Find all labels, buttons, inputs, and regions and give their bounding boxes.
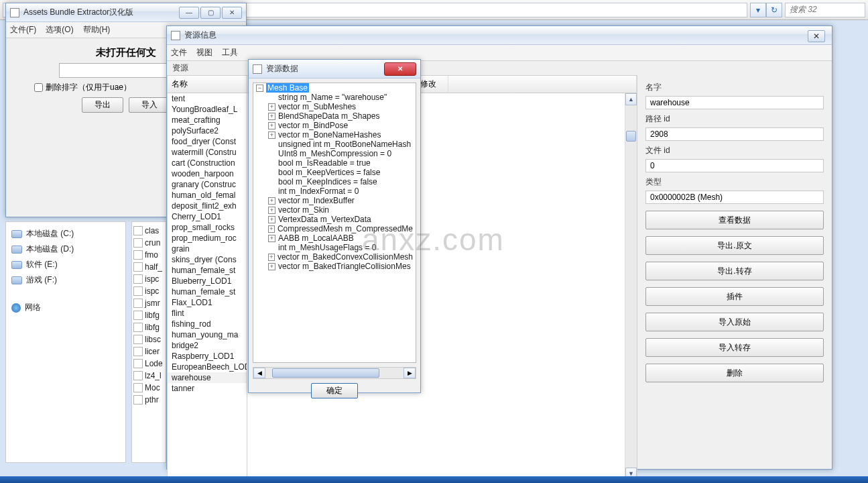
- tree-node[interactable]: +CompressedMesh m_CompressedMe: [253, 224, 416, 233]
- column-header-name[interactable]: 名称: [168, 76, 247, 93]
- list-item[interactable]: tanner: [168, 383, 247, 394]
- refresh-button[interactable]: ↻: [766, 3, 782, 17]
- tree-node[interactable]: bool m_KeepVertices = false: [253, 168, 416, 177]
- tree-node-drive[interactable]: 软件 (E:): [10, 257, 121, 272]
- tree-node[interactable]: int m_IndexFormat = 0: [253, 186, 416, 196]
- list-item[interactable]: wooden_harpoon: [168, 168, 247, 179]
- file-item[interactable]: Lode: [133, 358, 164, 370]
- checkbox[interactable]: [34, 83, 43, 92]
- list-item[interactable]: bridge2: [168, 340, 247, 351]
- expand-icon[interactable]: +: [268, 254, 275, 261]
- list-item[interactable]: warehouse: [168, 372, 247, 383]
- tree-node[interactable]: +VertexData m_VertexData: [253, 215, 416, 224]
- list-item[interactable]: prop_medium_roc: [168, 233, 247, 244]
- action-button[interactable]: 导出.转存: [645, 262, 824, 280]
- expand-icon[interactable]: +: [268, 197, 275, 205]
- list-item[interactable]: YoungBroadleaf_L: [168, 104, 247, 115]
- list-item[interactable]: human_female_st: [168, 286, 247, 297]
- scrollbar-thumb[interactable]: [272, 368, 379, 378]
- file-item[interactable]: lz4_l: [133, 370, 164, 382]
- list-item[interactable]: tent: [168, 93, 247, 104]
- menu-tools[interactable]: 工具: [222, 47, 238, 58]
- expand-icon[interactable]: +: [268, 216, 275, 223]
- expand-icon[interactable]: +: [268, 207, 275, 214]
- file-item[interactable]: ispc: [133, 285, 164, 297]
- list-item[interactable]: flint: [168, 308, 247, 319]
- tree-node-drive[interactable]: 本地磁盘 (C:): [10, 226, 121, 241]
- tree-node-drive[interactable]: 游戏 (F:): [10, 272, 121, 288]
- taskbar[interactable]: [0, 476, 868, 483]
- tree-node[interactable]: int m_MeshUsageFlags = 0: [253, 243, 416, 252]
- tree-node[interactable]: +AABB m_LocalAABB: [253, 233, 416, 243]
- list-item[interactable]: granary (Construc: [168, 179, 247, 190]
- action-button[interactable]: 查看数据: [645, 211, 824, 229]
- list-item[interactable]: meat_crafting: [168, 115, 247, 125]
- action-button[interactable]: 导出.原文: [645, 236, 824, 255]
- file-item[interactable]: libfg: [133, 321, 164, 333]
- tree-node[interactable]: UInt8 m_MeshCompression = 0: [253, 149, 416, 158]
- expand-icon[interactable]: +: [268, 235, 275, 242]
- tree-node-network[interactable]: 网络: [10, 300, 121, 315]
- tree-node[interactable]: +vector m_BakedConvexCollisionMesh: [253, 252, 416, 262]
- list-item[interactable]: cart (Construction: [168, 158, 247, 168]
- scroll-right-button[interactable]: ▶: [404, 368, 416, 378]
- tree-node[interactable]: +vector m_BoneNameHashes: [253, 130, 416, 140]
- export-button[interactable]: 导出: [82, 97, 123, 113]
- dropdown-button[interactable]: ▾: [750, 3, 766, 17]
- list-item[interactable]: EuropeanBeech_LOD1: [168, 362, 247, 372]
- list-item[interactable]: prop_small_rocks: [168, 222, 247, 233]
- expand-icon[interactable]: +: [268, 131, 275, 139]
- tree-node[interactable]: string m_Name = "warehouse": [253, 93, 416, 102]
- list-item[interactable]: deposit_flint2_exh: [168, 201, 247, 211]
- list-item[interactable]: Raspberry_LOD1: [168, 351, 247, 362]
- tree-root[interactable]: Mesh Base: [266, 83, 309, 93]
- menu-file[interactable]: 文件: [171, 47, 187, 58]
- tree-node[interactable]: +vector m_Skin: [253, 205, 416, 215]
- titlebar[interactable]: 资源信息 ✕: [167, 26, 832, 45]
- menu-help[interactable]: 帮助(H): [83, 24, 111, 36]
- ok-button[interactable]: 确定: [311, 383, 358, 398]
- minimize-button[interactable]: —: [179, 7, 199, 19]
- file-item[interactable]: crun: [133, 237, 164, 249]
- file-item[interactable]: Moc: [133, 382, 164, 394]
- list-item[interactable]: watermill (Constru: [168, 147, 247, 158]
- tree-node[interactable]: +BlendShapeData m_Shapes: [253, 111, 416, 121]
- list-item[interactable]: skins_dryer (Cons: [168, 254, 247, 265]
- file-item[interactable]: pthr: [133, 394, 164, 406]
- expand-icon[interactable]: +: [268, 122, 275, 129]
- list-item[interactable]: polySurface2: [168, 125, 247, 136]
- list-item[interactable]: food_dryer (Const: [168, 136, 247, 147]
- expand-icon[interactable]: +: [268, 263, 275, 270]
- file-item[interactable]: ispc: [133, 273, 164, 285]
- list-item[interactable]: human_female_st: [168, 265, 247, 276]
- action-button[interactable]: 插件: [645, 287, 824, 306]
- tree-node[interactable]: bool m_IsReadable = true: [253, 158, 416, 168]
- scrollbar-track[interactable]: [625, 105, 637, 468]
- menu-options[interactable]: 选项(O): [46, 24, 73, 36]
- action-button[interactable]: 导入转存: [645, 338, 824, 357]
- tree-node-drive[interactable]: 本地磁盘 (D:): [10, 241, 121, 257]
- scrollbar-thumb[interactable]: [626, 131, 636, 142]
- scroll-left-button[interactable]: ◀: [253, 368, 265, 378]
- list-item[interactable]: Blueberry_LOD1: [168, 276, 247, 286]
- collapse-icon[interactable]: −: [256, 85, 263, 92]
- close-button[interactable]: ✕: [384, 62, 416, 76]
- tree-node[interactable]: +vector m_SubMeshes: [253, 102, 416, 111]
- scrollbar-track[interactable]: [265, 368, 404, 378]
- expand-icon[interactable]: +: [268, 113, 275, 120]
- file-item[interactable]: libfg: [133, 309, 164, 321]
- tree-node[interactable]: +vector m_BakedTriangleCollisionMes: [253, 262, 416, 271]
- list-item[interactable]: grain: [168, 244, 247, 254]
- file-item[interactable]: fmo: [133, 249, 164, 261]
- tree-node[interactable]: +vector m_IndexBuffer: [253, 196, 416, 205]
- expand-icon[interactable]: +: [268, 103, 275, 111]
- close-button[interactable]: ✕: [808, 30, 825, 42]
- maximize-button[interactable]: ▢: [200, 7, 221, 19]
- list-item[interactable]: human_old_femal: [168, 190, 247, 201]
- menu-view[interactable]: 视图: [196, 47, 212, 58]
- expand-icon[interactable]: +: [268, 225, 275, 233]
- scroll-up-button[interactable]: ▲: [625, 93, 637, 105]
- list-item[interactable]: Cherry_LOD1: [168, 211, 247, 222]
- file-item[interactable]: clas: [133, 225, 164, 237]
- action-button[interactable]: 导入原始: [645, 313, 824, 331]
